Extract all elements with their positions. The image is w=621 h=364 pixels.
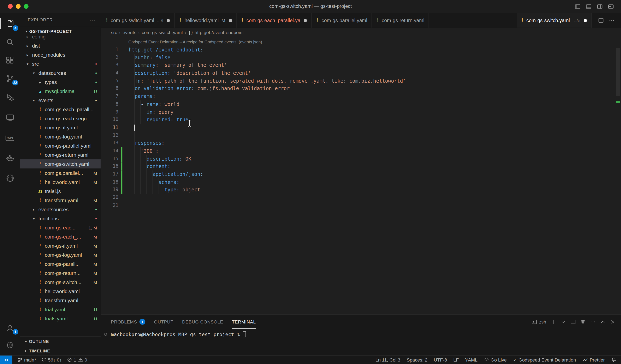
breadcrumb-item-src[interactable]: src	[111, 30, 117, 35]
file-helloworld-yaml[interactable]: !helloworld.yaml	[20, 287, 101, 296]
toggle-panel-icon[interactable]	[586, 3, 592, 9]
new-terminal-icon[interactable]	[551, 319, 556, 325]
folder-dist[interactable]: ▸dist	[20, 41, 101, 50]
close-window-button[interactable]	[8, 4, 13, 9]
remote-indicator[interactable]: ><	[0, 356, 12, 364]
folder-types[interactable]: ▸types●	[20, 78, 101, 87]
tab-com-gs-switch-yaml[interactable]: !com-gs-switch.yaml…/f	[101, 13, 175, 28]
file-transform-yaml[interactable]: !transform.yamlM	[20, 196, 101, 205]
code-line-16[interactable]: 16 content:	[101, 163, 621, 171]
code-line-1[interactable]: 1http.get./event-endpoint:	[101, 46, 621, 54]
status-indentation[interactable]: Spaces: 2	[407, 357, 428, 363]
file-mysql-prisma[interactable]: ▲mysql.prismaU	[20, 87, 101, 96]
activity-search-icon[interactable]	[0, 33, 20, 51]
panel-tab-terminal[interactable]: TERMINAL	[232, 315, 256, 329]
panel-tab-problems[interactable]: PROBLEMS1	[111, 315, 145, 329]
file-trial-yaml[interactable]: !trial.yamlU	[20, 305, 101, 314]
code-line-18[interactable]: 18 schema:	[101, 178, 621, 186]
file-com-gs-parall[interactable]: !com-gs-parall...M	[20, 259, 101, 269]
status-git-branch[interactable]: main*	[17, 357, 36, 363]
breadcrumb-item-http-get-event-endpoint[interactable]: {}http.get./event-endpoint	[188, 30, 244, 35]
activity-github-icon[interactable]	[0, 168, 20, 188]
kill-terminal-icon[interactable]	[580, 319, 586, 325]
tab-helloworld-yaml[interactable]: !helloworld.yamlM	[175, 13, 237, 28]
code-line-14[interactable]: 14 '200':	[101, 147, 621, 155]
file-trials-yaml[interactable]: !trials.yamlU	[20, 314, 101, 323]
file-com-gs-parallel-yaml[interactable]: !com-gs-parallel.yaml	[20, 141, 101, 150]
zoom-window-button[interactable]	[24, 4, 29, 9]
code-line-7[interactable]: 7 params:	[101, 93, 621, 100]
activity-remote-explorer-icon[interactable]	[0, 108, 20, 128]
customize-layout-icon[interactable]	[608, 3, 614, 9]
folder-node-modules[interactable]: ▸node_modules	[20, 50, 101, 59]
split-terminal-icon[interactable]	[570, 319, 576, 325]
toggle-secondary-sidebar-icon[interactable]	[597, 3, 603, 9]
more-actions-icon[interactable]	[590, 319, 596, 325]
folder-eventsources[interactable]: ▸eventsources●	[20, 205, 101, 214]
explorer-more-actions-icon[interactable]: ···	[89, 17, 96, 23]
code-line-15[interactable]: 15 description: OK	[101, 155, 621, 163]
breadcrumb-item-events[interactable]: events	[122, 30, 137, 35]
folder-src[interactable]: ▾src●	[20, 59, 101, 68]
more-actions-icon[interactable]	[609, 17, 615, 23]
code-line-12[interactable]: 12	[101, 131, 621, 139]
dirty-indicator-icon[interactable]	[584, 19, 587, 22]
activity-run-debug-icon[interactable]	[0, 87, 20, 108]
code-line-19[interactable]: 19 type: object	[101, 186, 621, 194]
close-panel-icon[interactable]	[610, 319, 615, 325]
status-language-mode[interactable]: YAML	[465, 357, 478, 363]
breadcrumb-item-com-gs-switch-yaml[interactable]: com-gs-switch.yaml	[142, 30, 183, 35]
terminal[interactable]: macbookpro@Macbookpros-MBP gs-test-proje…	[101, 329, 621, 337]
file-com-gs-parallel[interactable]: !com.gs.parallel...M	[20, 168, 101, 177]
status-yaml-schema[interactable]: ✓Godspeed Event Delaration	[513, 357, 576, 363]
file-helloworld-yaml[interactable]: !helloworld.yamlM	[20, 177, 101, 187]
file-com-gs-switch-yaml[interactable]: !com-gs-switch.yaml	[20, 159, 101, 168]
file-traial-js[interactable]: JStraial.js	[20, 187, 101, 196]
file-transform-yaml[interactable]: !transform.yaml	[20, 296, 101, 305]
file-com-gs-return-yaml[interactable]: !com-gs-return.yaml	[20, 150, 101, 159]
sidebar-section-timeline[interactable]: ▸TIMELINE	[20, 346, 101, 355]
activity-source-control-icon[interactable]: 22	[0, 69, 20, 87]
code-line-2[interactable]: 2 authn: false	[101, 54, 621, 62]
split-editor-icon[interactable]	[598, 17, 604, 23]
folder-events[interactable]: ▾events●	[20, 96, 101, 105]
code-line-21[interactable]: 21	[101, 202, 621, 209]
file-com-gs-switch[interactable]: !com-gs-switch...M	[20, 278, 101, 287]
code-line-17[interactable]: 17 application/json:	[101, 171, 621, 178]
file-com-gs-return[interactable]: !com-gs-return...M	[20, 269, 101, 278]
folder-datasources[interactable]: ▾datasources●	[20, 68, 101, 78]
maximize-panel-icon[interactable]	[600, 319, 606, 325]
dirty-indicator-icon[interactable]	[167, 19, 170, 22]
code-line-5[interactable]: 5 fn: 'full path of the function, seprat…	[101, 77, 621, 85]
minimize-window-button[interactable]	[16, 4, 21, 9]
panel-tab-output[interactable]: OUTPUT	[154, 315, 173, 329]
file-com-gs-eac[interactable]: !com-gs-eac...1, M	[20, 223, 101, 232]
project-root-folder[interactable]: ▾ GS-TEST-PROJECT	[20, 27, 101, 35]
code-line-4[interactable]: 4 description: 'description of the event…	[101, 69, 621, 77]
status-notifications[interactable]	[611, 357, 616, 362]
terminal-shell-selector[interactable]: zsh	[532, 319, 546, 325]
status-cursor-position[interactable]: Ln 11, Col 3	[376, 357, 400, 363]
tab-com-gs-switch-yaml[interactable]: !com-gs-switch.yaml…/e	[517, 13, 592, 28]
tab-com-gs-parallel-yaml[interactable]: !com-gs-parallel.yaml	[312, 13, 372, 28]
file-com-gs-each[interactable]: !com-gs-each_...M	[20, 232, 101, 241]
file-com-gs-if-yaml[interactable]: !com-gs-if.yaml	[20, 123, 101, 132]
launch-profile-chevron-icon[interactable]	[560, 319, 566, 325]
status-problems[interactable]: 10	[67, 357, 87, 363]
activity-docker-icon[interactable]	[0, 148, 20, 168]
activity-accounts-icon[interactable]: 1	[0, 319, 20, 336]
activity-explorer-icon[interactable]: 4	[0, 15, 20, 33]
dirty-indicator-icon[interactable]	[229, 19, 232, 22]
file-com-gs-each-parall[interactable]: !com-gs-each_parall...	[20, 105, 101, 114]
dirty-indicator-icon[interactable]	[304, 19, 307, 22]
code-line-11[interactable]: 11	[101, 124, 621, 132]
tab-com-gs-return-yaml[interactable]: !com-gs-return.yaml	[372, 13, 429, 28]
code-line-8[interactable]: 8 - name: world	[101, 100, 621, 108]
activity-api-client-icon[interactable]: /API	[0, 128, 20, 148]
file-com-gs-log-yaml[interactable]: !com-gs-log.yaml	[20, 132, 101, 141]
sidebar-section-outline[interactable]: ▸OUTLINE	[20, 336, 101, 346]
code-line-20[interactable]: 20	[101, 194, 621, 202]
activity-extensions-icon[interactable]	[0, 51, 20, 69]
panel-tab-debug-console[interactable]: DEBUG CONSOLE	[182, 315, 223, 329]
status-git-sync[interactable]: 56↓ 0↑	[41, 357, 62, 363]
